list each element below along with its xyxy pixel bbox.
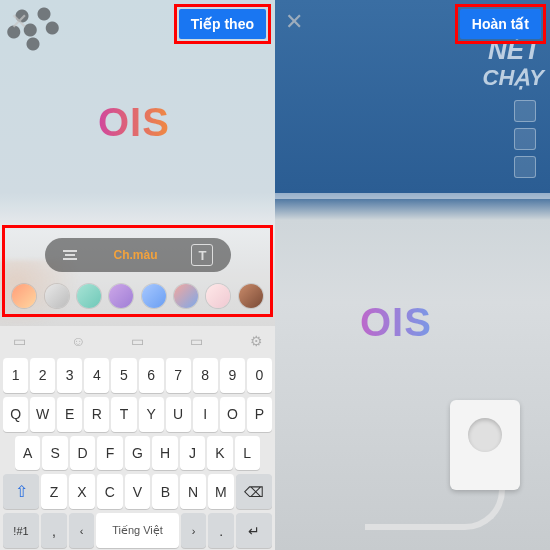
key-5[interactable]: 5 xyxy=(111,358,136,393)
key-d[interactable]: D xyxy=(70,436,95,471)
shift-key[interactable]: ⇧ xyxy=(3,474,39,509)
key-f[interactable]: F xyxy=(97,436,122,471)
close-icon[interactable]: ✕ xyxy=(10,9,28,35)
key-0[interactable]: 0 xyxy=(247,358,272,393)
screenshot-right-panel: NÉT CHẠY ✕ Hoàn tất OIS xyxy=(275,0,550,550)
key-w[interactable]: W xyxy=(30,397,55,432)
highlight-next-button: Tiếp theo xyxy=(174,4,271,44)
key-k[interactable]: K xyxy=(207,436,232,471)
settings-icon[interactable]: ⚙ xyxy=(247,334,265,348)
keyboard-suggestion-bar: ▭ ☺ ▭ ▭ ⚙ xyxy=(0,326,275,356)
space-key[interactable]: Tiếng Việt xyxy=(96,513,178,548)
keyboard-row-2: ASDFGHJKL xyxy=(0,434,275,473)
period-key[interactable]: . xyxy=(208,513,234,548)
close-icon[interactable]: ✕ xyxy=(285,9,303,35)
key-7[interactable]: 7 xyxy=(166,358,191,393)
symbols-key[interactable]: !#1 xyxy=(3,513,39,548)
background-outlet xyxy=(450,400,520,490)
gif-icon[interactable]: ▭ xyxy=(129,334,147,348)
highlight-toolbar xyxy=(2,225,273,317)
key-z[interactable]: Z xyxy=(41,474,67,509)
key-y[interactable]: Y xyxy=(139,397,164,432)
key-h[interactable]: H xyxy=(152,436,177,471)
key-c[interactable]: C xyxy=(97,474,123,509)
expand-icon[interactable]: ▭ xyxy=(10,334,28,348)
key-l[interactable]: L xyxy=(235,436,260,471)
comma-key[interactable]: , xyxy=(41,513,67,548)
text-overlay[interactable]: OIS xyxy=(360,300,432,345)
key-1[interactable]: 1 xyxy=(3,358,28,393)
key-n[interactable]: N xyxy=(180,474,206,509)
key-a[interactable]: A xyxy=(15,436,40,471)
key-o[interactable]: O xyxy=(220,397,245,432)
background-text: CHẠY xyxy=(483,65,544,91)
key-g[interactable]: G xyxy=(125,436,150,471)
key-9[interactable]: 9 xyxy=(220,358,245,393)
emoji-icon[interactable]: ☺ xyxy=(69,334,87,348)
next-button[interactable]: Tiếp theo xyxy=(179,9,266,39)
key-s[interactable]: S xyxy=(42,436,67,471)
key-8[interactable]: 8 xyxy=(193,358,218,393)
key-q[interactable]: Q xyxy=(3,397,28,432)
key-2[interactable]: 2 xyxy=(30,358,55,393)
key-4[interactable]: 4 xyxy=(84,358,109,393)
backspace-key[interactable]: ⌫ xyxy=(236,474,272,509)
voice-icon[interactable]: ▭ xyxy=(188,334,206,348)
key-r[interactable]: R xyxy=(84,397,109,432)
keyboard-row-3: ⇧ ZXCVBNM⌫ xyxy=(0,472,275,511)
key-t[interactable]: T xyxy=(111,397,136,432)
screenshot-left-panel: ✕ Tiếp theo OIS Ch.màu T ▭ ☺ xyxy=(0,0,275,550)
text-overlay[interactable]: OIS xyxy=(98,100,170,145)
enter-key[interactable]: ↵ xyxy=(236,513,272,548)
highlight-done-button: Hoàn tất xyxy=(455,4,546,44)
key-i[interactable]: I xyxy=(193,397,218,432)
onscreen-keyboard: ▭ ☺ ▭ ▭ ⚙ 1234567890 QWERTYUIOP ASDFGHJK… xyxy=(0,326,275,550)
background-spec-icons xyxy=(514,100,544,184)
key-m[interactable]: M xyxy=(208,474,234,509)
keyboard-row-numbers: 1234567890 xyxy=(0,356,275,395)
key-v[interactable]: V xyxy=(125,474,151,509)
key-p[interactable]: P xyxy=(247,397,272,432)
keyboard-row-1: QWERTYUIOP xyxy=(0,395,275,434)
key-u[interactable]: U xyxy=(166,397,191,432)
done-button[interactable]: Hoàn tất xyxy=(460,9,541,39)
key-j[interactable]: J xyxy=(180,436,205,471)
key-3[interactable]: 3 xyxy=(57,358,82,393)
lang-prev-key[interactable]: ‹ xyxy=(69,513,95,548)
key-6[interactable]: 6 xyxy=(139,358,164,393)
lang-next-key[interactable]: › xyxy=(181,513,207,548)
key-x[interactable]: X xyxy=(69,474,95,509)
keyboard-row-bottom: !#1 , ‹ Tiếng Việt › . ↵ xyxy=(0,511,275,550)
key-e[interactable]: E xyxy=(57,397,82,432)
key-b[interactable]: B xyxy=(152,474,178,509)
